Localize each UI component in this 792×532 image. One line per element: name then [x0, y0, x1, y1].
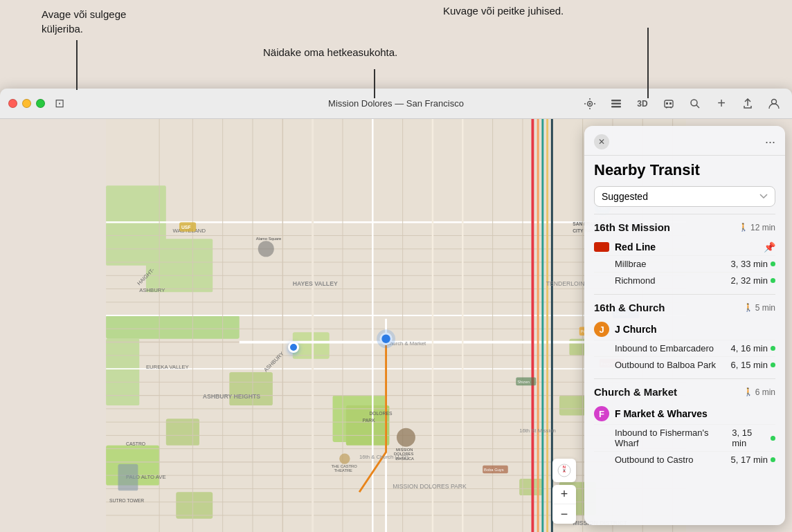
app-window: ⊡ Mission Dolores — San Francisco 3D + — [0, 89, 792, 532]
svg-text:PARK: PARK — [363, 418, 375, 423]
zoom-in-button[interactable]: + — [552, 485, 576, 504]
layers-icon[interactable] — [606, 94, 626, 113]
sidebar-toggle-icon[interactable]: ⊡ — [55, 96, 64, 111]
svg-text:Boba Guys: Boba Guys — [484, 468, 504, 472]
map-area[interactable]: HAIGHT- ASHBURY HAYES VALLEY WASTELAND A… — [0, 119, 792, 532]
threed-button[interactable]: 3D — [633, 94, 652, 113]
svg-rect-5 — [666, 102, 668, 104]
svg-line-7 — [666, 107, 667, 108]
maximize-button[interactable] — [36, 99, 45, 108]
location-icon[interactable] — [580, 94, 600, 113]
close-button[interactable] — [8, 99, 17, 108]
titlebar: ⊡ Mission Dolores — San Francisco 3D + — [0, 89, 792, 119]
svg-rect-3 — [611, 106, 621, 108]
route-row-embarcadero: Inbound to Embarcadero 4, 16 min — [594, 340, 775, 356]
j-church-dot: J — [594, 322, 609, 337]
share-icon[interactable] — [738, 94, 757, 113]
traffic-lights — [8, 99, 45, 108]
red-line-name: Red Line — [615, 241, 656, 253]
zoom-out-button[interactable]: − — [552, 504, 576, 524]
svg-rect-22 — [176, 492, 213, 519]
svg-text:Shizen: Shizen — [517, 380, 530, 384]
svg-rect-1 — [611, 100, 621, 102]
svg-rect-15 — [106, 315, 240, 339]
panel-title: Nearby Transit — [584, 156, 785, 186]
svg-text:N: N — [563, 465, 566, 469]
live-indicator-4 — [771, 363, 775, 367]
walk-icon-2: 🚶 — [744, 303, 753, 312]
annotation-location: Näidake oma hetkeasukohta. — [263, 45, 397, 59]
svg-text:THE CASTRO: THE CASTRO — [332, 464, 358, 468]
section-walk-16th-church: 🚶 5 min — [744, 303, 775, 313]
user-icon[interactable] — [764, 94, 784, 113]
red-line-dot — [594, 242, 609, 252]
section-title-church-market: Church & Market — [594, 386, 677, 398]
walk-icon: 🚶 — [739, 223, 748, 232]
current-location-dot — [288, 342, 299, 353]
walk-time-church-market: 6 min — [755, 387, 775, 397]
f-market-name: F Market & Wharves — [615, 408, 708, 419]
window-title: Mission Dolores — San Francisco — [328, 98, 464, 109]
route-time-castro: 5, 17 min — [731, 455, 775, 465]
line-header-f-market: F F Market & Wharves — [594, 402, 775, 424]
svg-text:EUREKA VALLEY: EUREKA VALLEY — [146, 364, 189, 370]
search-icon[interactable] — [685, 94, 705, 113]
line-header-j-church: J J Church — [594, 318, 775, 340]
svg-text:MISSION: MISSION — [396, 448, 413, 452]
route-dest-millbrae: Millbrae — [615, 259, 647, 269]
section-title-16th-church: 16th & Church — [594, 302, 665, 313]
panel-close-button[interactable]: ✕ — [594, 134, 609, 149]
svg-point-106 — [397, 428, 415, 447]
svg-text:TENDERLOIN: TENDERLOIN — [546, 280, 585, 287]
route-dest-castro: Outbound to Castro — [615, 455, 693, 465]
route-row-balboa: Outbound to Balboa Park 6, 15 min — [594, 356, 775, 373]
svg-text:ASHBURY HEIGHTS: ASHBURY HEIGHTS — [203, 393, 260, 400]
svg-rect-20 — [166, 419, 199, 446]
annotation-directions: Kuvage või peitke juhised. — [443, 3, 564, 18]
compass-button[interactable]: N — [552, 459, 576, 482]
route-time-balboa: 6, 15 min — [731, 360, 775, 370]
live-indicator-5 — [771, 436, 775, 441]
live-indicator — [771, 262, 775, 266]
route-row-richmond: Richmond 2, 32 min — [594, 272, 775, 288]
svg-text:THEATRE: THEATRE — [334, 468, 352, 473]
svg-rect-4 — [665, 100, 673, 107]
live-indicator-6 — [771, 457, 775, 462]
svg-rect-112 — [118, 464, 138, 491]
section-title-16th-mission: 16th St Mission — [594, 221, 670, 233]
svg-rect-19 — [229, 372, 273, 405]
svg-text:CASTRO: CASTRO — [126, 441, 145, 446]
svg-rect-2 — [611, 102, 621, 104]
svg-text:HAYES VALLEY: HAYES VALLEY — [293, 280, 338, 287]
route-dest-balboa: Outbound to Balboa Park — [615, 360, 716, 370]
svg-point-118 — [377, 329, 395, 348]
line-header-red: Red Line 📌 — [594, 237, 775, 255]
sort-select[interactable]: Suggested Nearest Bus Rail — [594, 186, 775, 207]
panel-scroll[interactable]: 16th St Mission 🚶 12 min Red Line 📌 Mill — [584, 214, 785, 525]
svg-text:MISSION DOLORES PARK: MISSION DOLORES PARK — [393, 483, 467, 490]
svg-line-8 — [670, 107, 672, 108]
svg-line-10 — [696, 105, 699, 108]
walk-time-16th-mission: 12 min — [750, 223, 775, 232]
svg-text:BASILICA: BASILICA — [396, 457, 414, 461]
j-church-name: J Church — [615, 324, 657, 335]
svg-text:Alamo Square: Alamo Square — [256, 237, 282, 241]
zoom-controls: + − — [552, 485, 576, 524]
transit-section-church-market: Church & Market 🚶 6 min F F Market & Wha… — [584, 378, 785, 468]
route-time-fishermans: 3, 15 min — [732, 428, 775, 448]
transit-icon[interactable] — [659, 94, 678, 113]
add-button[interactable]: + — [712, 94, 731, 113]
panel-header: ✕ ··· — [584, 126, 785, 156]
live-indicator-3 — [771, 346, 775, 351]
svg-rect-14 — [146, 239, 213, 292]
svg-point-9 — [691, 100, 697, 106]
route-row-castro: Outbound to Castro 5, 17 min — [594, 451, 775, 468]
section-walk-16th-mission: 🚶 12 min — [739, 223, 775, 232]
svg-point-0 — [589, 102, 591, 104]
minimize-button[interactable] — [22, 99, 31, 108]
transit-section-16th-mission: 16th St Mission 🚶 12 min Red Line 📌 Mill — [584, 214, 785, 288]
live-indicator-2 — [771, 278, 775, 283]
map-controls: N + − — [552, 459, 576, 524]
panel-more-button[interactable]: ··· — [765, 135, 775, 149]
walk-time-16th-church: 5 min — [755, 303, 775, 313]
